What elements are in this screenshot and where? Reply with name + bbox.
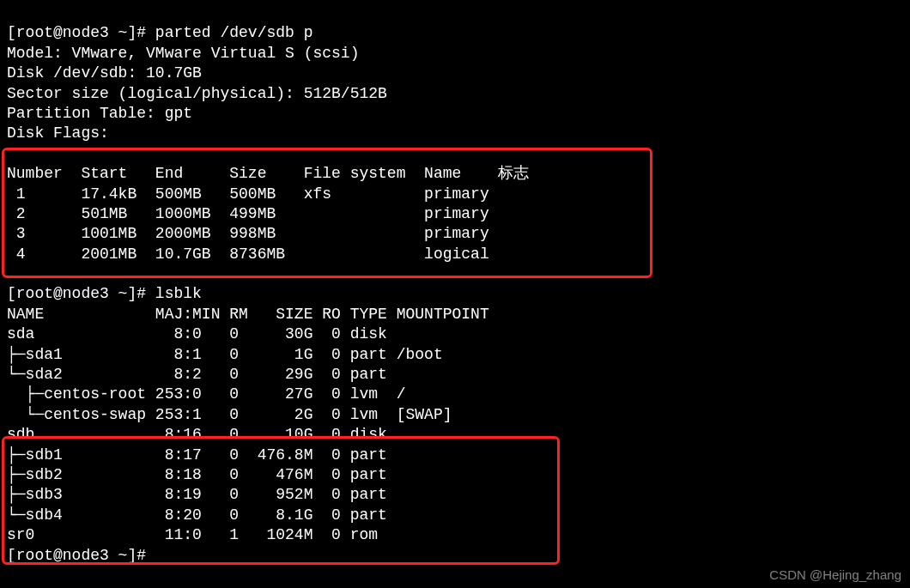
prompt-symbol: # xyxy=(136,547,155,564)
prompt-line-3: [root@node3 ~]# xyxy=(7,547,155,564)
parted-row: 3 1001MB 2000MB 998MB primary xyxy=(7,225,489,242)
prompt-host: [root@node3 ~] xyxy=(7,24,136,41)
parted-row: 4 2001MB 10.7GB 8736MB logical xyxy=(7,246,489,263)
command-text: parted /dev/sdb p xyxy=(155,24,313,41)
info-line: Sector size (logical/physical): 512B/512… xyxy=(7,85,387,102)
lsblk-row: ├─centos-root 253:0 0 27G 0 lvm / xyxy=(7,385,405,403)
lsblk-row: sdb 8:16 0 10G 0 disk xyxy=(7,426,397,443)
prompt-symbol: # xyxy=(136,24,155,41)
lsblk-row: sda 8:0 0 30G 0 disk xyxy=(7,325,397,342)
prompt-line-2: [root@node3 ~]# lsblk xyxy=(7,285,202,302)
lsblk-row: ├─sdb1 8:17 0 476.8M 0 part xyxy=(7,446,397,464)
info-line: Partition Table: gpt xyxy=(7,105,192,122)
lsblk-row: sr0 11:0 1 1024M 0 rom xyxy=(7,526,397,543)
info-line: Disk /dev/sdb: 10.7GB xyxy=(7,64,202,82)
info-line: Disk Flags: xyxy=(7,124,109,142)
info-line: Model: VMware, VMware Virtual S (scsi) xyxy=(7,45,359,62)
lsblk-row: └─centos-swap 253:1 0 2G 0 lvm [SWAP] xyxy=(7,406,452,423)
lsblk-row: ├─sdb3 8:19 0 952M 0 part xyxy=(7,486,397,503)
lsblk-row: └─sdb4 8:20 0 8.1G 0 part xyxy=(7,506,397,524)
parted-row: 2 501MB 1000MB 499MB primary xyxy=(7,205,489,222)
prompt-symbol: # xyxy=(136,285,155,302)
prompt-host: [root@node3 ~] xyxy=(7,285,136,302)
prompt-line-1: [root@node3 ~]# parted /dev/sdb p xyxy=(7,24,312,41)
parted-row: 1 17.4kB 500MB 500MB xfs primary xyxy=(7,185,489,203)
lsblk-row: ├─sdb2 8:18 0 476M 0 part xyxy=(7,466,397,483)
prompt-host: [root@node3 ~] xyxy=(7,547,136,564)
parted-header-row: Number Start End Size File system Name 标… xyxy=(7,165,530,182)
command-text: lsblk xyxy=(155,285,202,302)
lsblk-header-row: NAME MAJ:MIN RM SIZE RO TYPE MOUNTPOINT xyxy=(7,306,489,323)
lsblk-row: └─sda2 8:2 0 29G 0 part xyxy=(7,366,397,383)
lsblk-row: ├─sda1 8:1 0 1G 0 part /boot xyxy=(7,346,443,363)
terminal-output[interactable]: [root@node3 ~]# parted /dev/sdb p Model:… xyxy=(0,0,910,569)
